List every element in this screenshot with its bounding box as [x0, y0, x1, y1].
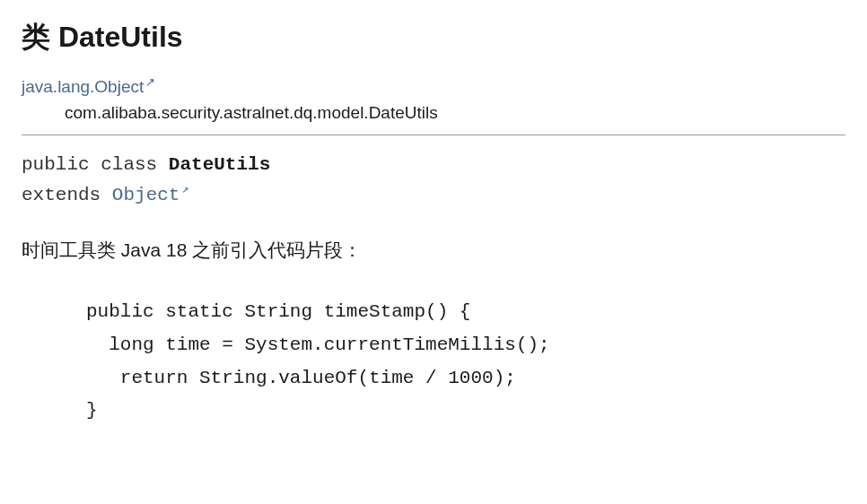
- inheritance-parent: java.lang.Object↗: [22, 74, 845, 100]
- code-snippet: public static String timeStamp() { long …: [22, 296, 845, 428]
- page-title: 类 DateUtils: [22, 18, 845, 57]
- signature-classname: DateUtils: [169, 154, 270, 175]
- signature-supertype-link[interactable]: Object↗: [112, 185, 188, 205]
- inheritance-parent-text: java.lang.Object: [22, 77, 144, 96]
- inheritance-parent-link[interactable]: java.lang.Object↗: [22, 77, 155, 96]
- signature-line-2: extends Object↗: [22, 180, 845, 211]
- code-line-4: }: [86, 400, 98, 421]
- external-link-icon: ↗: [181, 183, 188, 196]
- signature-extends: extends: [22, 185, 112, 205]
- code-line-2: long time = System.currentTimeMillis();: [86, 335, 550, 355]
- external-link-icon: ↗: [145, 75, 155, 89]
- code-line-3: return String.valueOf(time / 1000);: [86, 368, 516, 388]
- class-signature: public class DateUtils extends Object↗: [22, 150, 845, 210]
- inheritance-tree: java.lang.Object↗ com.alibaba.security.a…: [22, 74, 845, 126]
- divider: [22, 135, 845, 135]
- code-line-1: public static String timeStamp() {: [86, 301, 470, 322]
- signature-line-1: public class DateUtils: [22, 150, 845, 180]
- class-description: 时间工具类 Java 18 之前引入代码片段：: [22, 236, 845, 265]
- inheritance-child: com.alibaba.security.astralnet.dq.model.…: [22, 100, 845, 126]
- title-prefix: 类: [22, 21, 58, 53]
- title-classname: DateUtils: [58, 21, 183, 53]
- signature-supertype: Object: [112, 185, 180, 205]
- signature-modifiers: public class: [22, 154, 169, 175]
